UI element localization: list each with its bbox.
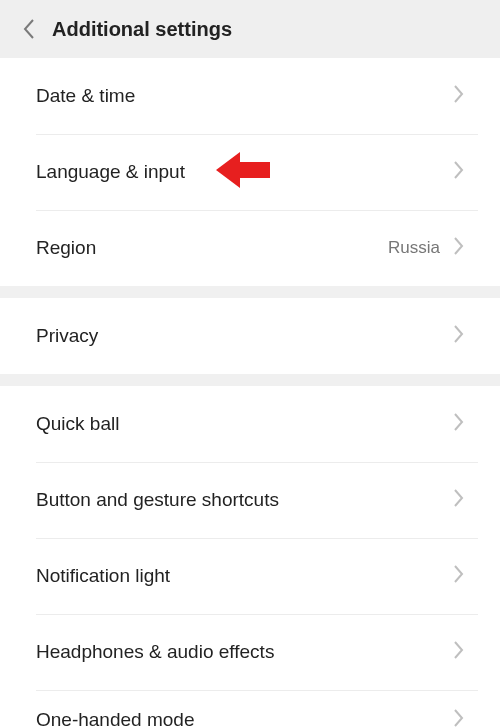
row-label: Privacy: [36, 325, 454, 347]
chevron-right-icon: [454, 413, 464, 435]
row-label: One-handed mode: [36, 709, 454, 727]
row-headphones-audio-effects[interactable]: Headphones & audio effects: [0, 614, 500, 690]
row-date-time[interactable]: Date & time: [0, 58, 500, 134]
row-label: Region: [36, 237, 388, 259]
settings-group: Privacy: [0, 298, 500, 374]
row-quick-ball[interactable]: Quick ball: [0, 386, 500, 462]
row-language-input[interactable]: Language & input: [0, 134, 500, 210]
row-privacy[interactable]: Privacy: [0, 298, 500, 374]
header-bar: Additional settings: [0, 0, 500, 58]
settings-group: Quick ball Button and gesture shortcuts …: [0, 386, 500, 727]
back-icon[interactable]: [18, 18, 40, 40]
settings-group: Date & time Language & input Region Russ…: [0, 58, 500, 286]
row-label: Headphones & audio effects: [36, 641, 454, 663]
chevron-right-icon: [454, 85, 464, 107]
row-notification-light[interactable]: Notification light: [0, 538, 500, 614]
row-label: Notification light: [36, 565, 454, 587]
row-value: Russia: [388, 238, 440, 258]
row-region[interactable]: Region Russia: [0, 210, 500, 286]
row-label: Date & time: [36, 85, 454, 107]
page-title: Additional settings: [52, 18, 232, 41]
chevron-right-icon: [454, 325, 464, 347]
row-button-gesture-shortcuts[interactable]: Button and gesture shortcuts: [0, 462, 500, 538]
row-label: Button and gesture shortcuts: [36, 489, 454, 511]
chevron-right-icon: [454, 641, 464, 663]
chevron-right-icon: [454, 709, 464, 727]
row-one-handed-mode[interactable]: One-handed mode: [0, 690, 500, 727]
chevron-right-icon: [454, 237, 464, 259]
chevron-right-icon: [454, 161, 464, 183]
row-label: Language & input: [36, 161, 454, 183]
chevron-right-icon: [454, 565, 464, 587]
row-label: Quick ball: [36, 413, 454, 435]
chevron-right-icon: [454, 489, 464, 511]
